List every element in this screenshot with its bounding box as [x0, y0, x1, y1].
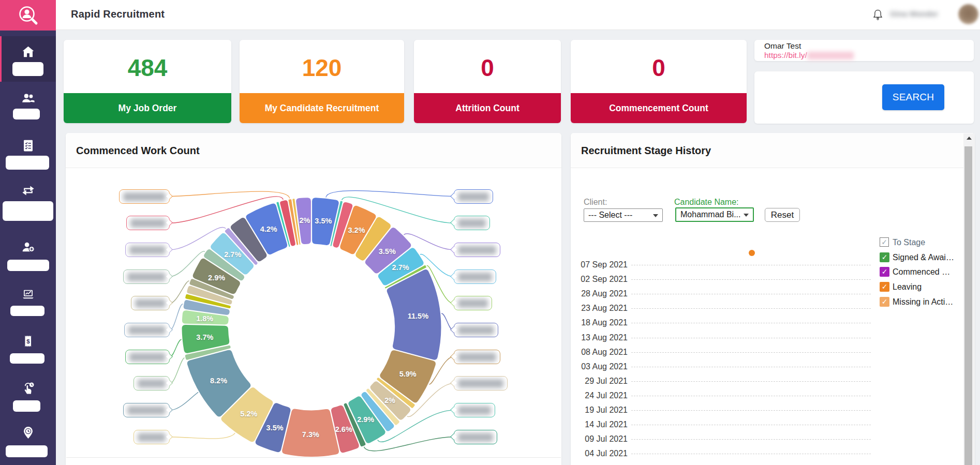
svg-text:11.5%: 11.5% — [408, 312, 428, 320]
svg-text:3.5%: 3.5% — [315, 217, 332, 225]
svg-text:2%: 2% — [384, 396, 395, 404]
svg-text:5.2%: 5.2% — [240, 410, 257, 418]
svg-text:2.6%: 2.6% — [335, 425, 352, 433]
svg-text:3.5%: 3.5% — [379, 247, 396, 256]
svg-text:3.7%: 3.7% — [196, 333, 213, 341]
svg-text:4.2%: 4.2% — [260, 225, 277, 233]
svg-text:2.7%: 2.7% — [224, 250, 241, 259]
svg-text:$: $ — [26, 338, 30, 344]
svg-text:3.2%: 3.2% — [348, 226, 365, 234]
svg-text:7.3%: 7.3% — [302, 430, 319, 439]
svg-text:2.7%: 2.7% — [392, 263, 409, 272]
svg-text:5.9%: 5.9% — [399, 370, 417, 378]
svg-text:1.8%: 1.8% — [196, 314, 213, 323]
svg-text:2.9%: 2.9% — [208, 274, 225, 282]
svg-text:2.9%: 2.9% — [357, 415, 374, 424]
svg-text:8.2%: 8.2% — [210, 377, 227, 385]
svg-text:3.5%: 3.5% — [266, 424, 284, 432]
svg-text:2%: 2% — [299, 216, 310, 224]
